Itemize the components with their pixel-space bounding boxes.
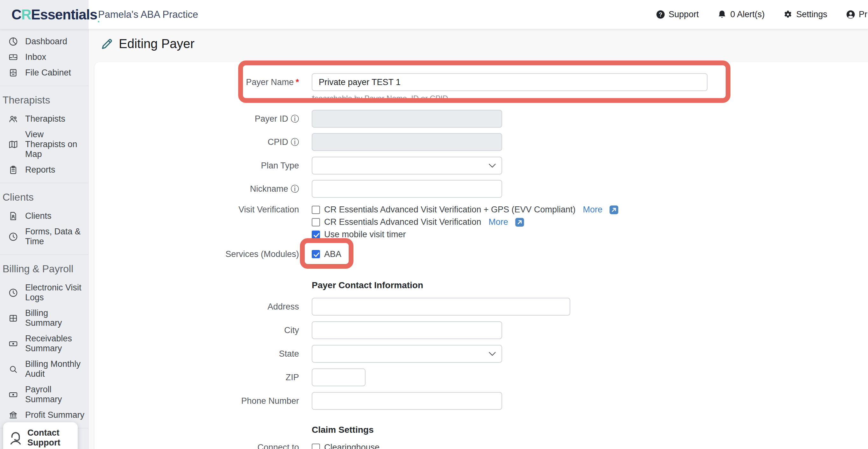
sidebar-item-clients[interactable]: Clients bbox=[0, 208, 88, 224]
app-logo[interactable]: CREssentials. bbox=[0, 0, 89, 29]
evv-gps-checkbox[interactable] bbox=[312, 206, 320, 214]
alerts-label: 0 Alert(s) bbox=[730, 9, 765, 20]
payer-id-label: Payer IDⓘ bbox=[95, 110, 305, 128]
advanced-vv-label: CR Essentials Advanced Visit Verificatio… bbox=[324, 217, 481, 227]
sidebar-item-forms-data-time[interactable]: Forms, Data & Time bbox=[0, 224, 88, 249]
connect-to-label: Connect to bbox=[95, 441, 305, 449]
info-icon[interactable]: ⓘ bbox=[291, 184, 299, 193]
file-cabinet-icon bbox=[8, 68, 18, 78]
address-input[interactable] bbox=[312, 298, 570, 316]
more-link[interactable]: More bbox=[489, 217, 508, 227]
svg-text:?: ? bbox=[659, 11, 662, 18]
section-header: Billing & Payroll bbox=[0, 258, 88, 280]
profile-menu-item[interactable]: Pr bbox=[846, 9, 867, 20]
plan-type-row: Plan Type bbox=[95, 157, 868, 175]
practice-name: Pamela's ABA Practice bbox=[98, 9, 198, 20]
top-header: CREssentials. Pamela's ABA Practice ? Su… bbox=[0, 0, 868, 29]
page-heading: Editing Payer bbox=[100, 37, 194, 51]
sidebar-item-therapists[interactable]: Therapists bbox=[0, 111, 88, 127]
services-modules-row: Services (Modules) ABA bbox=[95, 247, 868, 261]
info-icon[interactable]: ⓘ bbox=[291, 137, 299, 147]
sidebar-item-billing-summary[interactable]: Billing Summary bbox=[0, 305, 88, 331]
contact-support-label: Contact Support bbox=[27, 428, 73, 448]
gear-icon bbox=[783, 9, 793, 20]
editing-payer-card: Payer Name* *searchable by Payer Name, I… bbox=[95, 62, 868, 449]
city-input[interactable] bbox=[312, 321, 502, 339]
sidebar-section-clients: Clients Clients Forms, Data & Time bbox=[0, 183, 88, 249]
clock-icon bbox=[8, 288, 18, 298]
sidebar-item-label: Billing Monthly Audit bbox=[25, 359, 85, 379]
payer-id-row: Payer IDⓘ bbox=[95, 110, 868, 128]
cpid-row: CPIDⓘ bbox=[95, 133, 868, 151]
state-row: State bbox=[95, 345, 868, 363]
sidebar-item-profit-summary[interactable]: Profit Summary bbox=[0, 407, 88, 423]
support-menu-item[interactable]: ? Support bbox=[656, 9, 699, 20]
alerts-menu-item[interactable]: 0 Alert(s) bbox=[717, 9, 765, 20]
pie-chart-icon bbox=[8, 37, 18, 47]
phone-row: Phone Number bbox=[95, 392, 868, 410]
payer-name-row: Payer Name* *searchable by Payer Name, I… bbox=[95, 73, 868, 103]
pencil-icon bbox=[100, 37, 114, 51]
advanced-vv-checkbox[interactable] bbox=[312, 218, 320, 227]
logo-text: C bbox=[11, 7, 21, 23]
sidebar-item-electronic-visit-logs[interactable]: Electronic Visit Logs bbox=[0, 280, 88, 305]
sidebar-item-dashboard[interactable]: Dashboard bbox=[0, 34, 88, 49]
info-icon[interactable]: ⓘ bbox=[291, 114, 299, 124]
cpid-input bbox=[312, 133, 502, 151]
sidebar-item-label: Receivables Summary bbox=[25, 334, 85, 354]
sidebar-item-label: Profit Summary bbox=[25, 410, 84, 420]
advanced-vv-option: CR Essentials Advanced Visit Verificatio… bbox=[312, 216, 619, 228]
sidebar-item-payroll-summary[interactable]: Payroll Summary bbox=[0, 382, 88, 407]
external-link-icon[interactable] bbox=[609, 205, 619, 215]
nickname-label: Nicknameⓘ bbox=[95, 180, 305, 198]
settings-menu-item[interactable]: Settings bbox=[783, 9, 827, 20]
clearinghouse-label: Clearinghouse bbox=[324, 443, 379, 449]
sidebar-item-label: Forms, Data & Time bbox=[25, 227, 85, 246]
phone-input[interactable] bbox=[312, 392, 502, 410]
sidebar-item-reports[interactable]: Reports bbox=[0, 162, 88, 178]
contact-support-button[interactable]: Contact Support bbox=[3, 422, 78, 449]
sidebar-item-label: Dashboard bbox=[25, 37, 67, 47]
page-title: Editing Payer bbox=[119, 37, 194, 51]
state-label: State bbox=[95, 345, 305, 363]
zip-input[interactable] bbox=[312, 368, 366, 386]
state-select[interactable] bbox=[312, 345, 502, 363]
claim-settings-heading-row: Claim Settings bbox=[95, 424, 868, 435]
sidebar-item-label: Therapists bbox=[25, 114, 65, 124]
payer-id-input bbox=[312, 110, 502, 128]
services-modules-label: Services (Modules) bbox=[95, 247, 305, 261]
clipboard-icon bbox=[8, 165, 18, 175]
sidebar-item-label: Clients bbox=[25, 211, 52, 221]
more-link[interactable]: More bbox=[583, 205, 603, 215]
cpid-label: CPIDⓘ bbox=[95, 133, 305, 151]
sidebar-item-view-therapists-on-map[interactable]: View Therapists on Map bbox=[0, 127, 88, 162]
phone-label: Phone Number bbox=[95, 392, 305, 410]
plan-type-select[interactable] bbox=[312, 157, 502, 175]
magnifier-icon bbox=[8, 364, 18, 374]
sidebar-item-inbox[interactable]: Inbox bbox=[0, 49, 88, 65]
address-label: Address bbox=[95, 298, 305, 316]
sidebar-item-label: Electronic Visit Logs bbox=[25, 283, 85, 302]
mobile-timer-checkbox[interactable] bbox=[312, 231, 320, 239]
help-circle-icon: ? bbox=[656, 9, 665, 20]
main-content: Editing Payer Payer Name* *searchable by… bbox=[89, 30, 868, 449]
nickname-input[interactable] bbox=[312, 180, 502, 198]
payer-name-input[interactable] bbox=[312, 73, 708, 91]
sidebar-item-file-cabinet[interactable]: File Cabinet bbox=[0, 65, 88, 81]
clearinghouse-checkbox[interactable] bbox=[312, 444, 320, 449]
claim-settings-heading: Claim Settings bbox=[312, 424, 373, 435]
sidebar-item-label: File Cabinet bbox=[25, 68, 71, 78]
external-link-icon[interactable] bbox=[515, 217, 524, 227]
bank-icon bbox=[8, 410, 18, 420]
support-label: Support bbox=[669, 9, 699, 20]
nickname-row: Nicknameⓘ bbox=[95, 180, 868, 198]
banknote-icon bbox=[8, 390, 18, 400]
section-header: Therapists bbox=[0, 89, 88, 111]
sidebar: Dashboard Inbox File Cabinet Therapists … bbox=[0, 29, 89, 449]
visit-verification-label: Visit Verification bbox=[95, 204, 305, 216]
sidebar-item-receivables-summary[interactable]: Receivables Summary bbox=[0, 331, 88, 356]
aba-checkbox[interactable] bbox=[312, 250, 320, 258]
sidebar-item-label: Billing Summary bbox=[25, 308, 85, 328]
sidebar-item-billing-monthly-audit[interactable]: Billing Monthly Audit bbox=[0, 356, 88, 382]
banknote-icon bbox=[8, 339, 18, 349]
